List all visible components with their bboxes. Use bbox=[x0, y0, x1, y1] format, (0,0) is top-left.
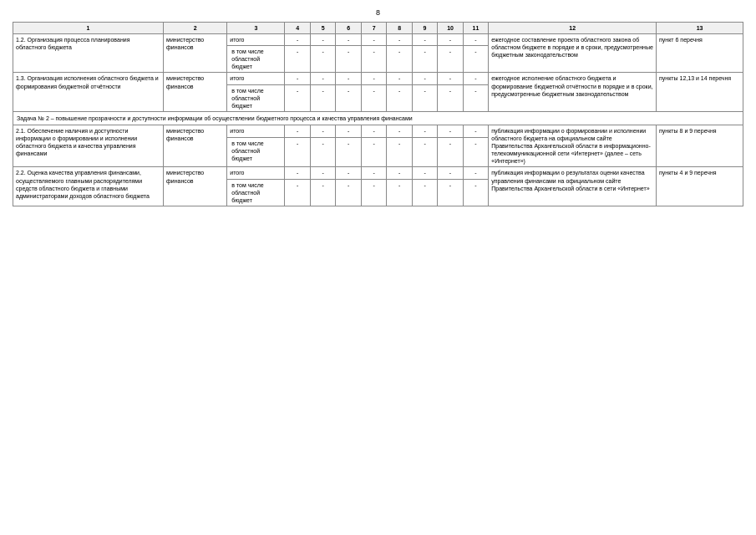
cell: - bbox=[336, 34, 361, 46]
cell: - bbox=[412, 73, 437, 84]
header-col10: 10 bbox=[438, 23, 463, 34]
cell: - bbox=[361, 125, 386, 137]
cell: - bbox=[361, 138, 386, 167]
row-2-2-total: итого bbox=[227, 167, 285, 179]
row-1-3-result: ежегодное исполнение областного бюджета … bbox=[489, 73, 657, 111]
cell: - bbox=[310, 125, 335, 137]
cell: - bbox=[285, 125, 310, 137]
header-col2: 2 bbox=[164, 23, 227, 34]
row-2-2-result: публикация информации о результатах оцен… bbox=[489, 167, 657, 206]
cell: - bbox=[285, 84, 310, 111]
row-2-2-sub: в том числе областной бюджет bbox=[227, 179, 285, 206]
table-row: 2.2. Оценка качества управления финансам… bbox=[13, 167, 743, 179]
page-number: 8 bbox=[13, 8, 743, 17]
cell: - bbox=[438, 34, 463, 46]
cell: - bbox=[387, 138, 412, 167]
cell: - bbox=[336, 46, 361, 73]
cell: - bbox=[361, 46, 386, 73]
cell: - bbox=[285, 34, 310, 46]
table-row: 1.2. Организация процесса планирования о… bbox=[13, 34, 743, 46]
row-1-3-sub: в том числе областной бюджет bbox=[227, 84, 285, 111]
cell: - bbox=[336, 138, 361, 167]
cell: - bbox=[285, 73, 310, 84]
header-col11: 11 bbox=[463, 23, 488, 34]
cell: - bbox=[412, 46, 437, 73]
row-2-1-result: публикация информации о формировании и и… bbox=[489, 125, 657, 166]
cell: - bbox=[438, 73, 463, 84]
cell: - bbox=[387, 125, 412, 137]
cell: - bbox=[438, 167, 463, 179]
cell: - bbox=[463, 179, 488, 206]
cell: - bbox=[285, 46, 310, 73]
cell: - bbox=[387, 73, 412, 84]
cell: - bbox=[285, 138, 310, 167]
header-col1: 1 bbox=[13, 23, 164, 34]
cell: - bbox=[463, 73, 488, 84]
cell: - bbox=[336, 125, 361, 137]
main-table: 1 2 3 4 5 6 7 8 9 10 11 12 13 1.2. Орган… bbox=[13, 22, 743, 206]
row-1-3-ministry: министерство финансов bbox=[164, 73, 227, 111]
cell: - bbox=[310, 179, 335, 206]
table-row: 2.1. Обеспечение наличия и доступности и… bbox=[13, 125, 743, 137]
cell: - bbox=[387, 46, 412, 73]
row-2-1-total: итого bbox=[227, 125, 285, 137]
cell: - bbox=[412, 138, 437, 167]
cell: - bbox=[412, 84, 437, 111]
cell: - bbox=[387, 179, 412, 206]
row-1-3-total: итого bbox=[227, 73, 285, 84]
row-2-2-ref: пункты 4 и 9 перечня bbox=[657, 167, 743, 206]
header-col4: 4 bbox=[285, 23, 310, 34]
row-2-1-ref: пункты 8 и 9 перечня bbox=[657, 125, 743, 166]
cell: - bbox=[387, 167, 412, 179]
row-1-2-ref: пункт 6 перечня bbox=[657, 34, 743, 73]
cell: - bbox=[285, 167, 310, 179]
row-1-3-title: 1.3. Организация исполнения областного б… bbox=[13, 73, 164, 111]
cell: - bbox=[285, 179, 310, 206]
cell: - bbox=[361, 84, 386, 111]
cell: - bbox=[463, 138, 488, 167]
header-row: 1 2 3 4 5 6 7 8 9 10 11 12 13 bbox=[13, 23, 743, 34]
cell: - bbox=[438, 46, 463, 73]
cell: - bbox=[310, 167, 335, 179]
cell: - bbox=[438, 125, 463, 137]
cell: - bbox=[438, 84, 463, 111]
row-2-1-ministry: министерство финансов bbox=[164, 125, 227, 166]
row-1-2-sub: в том числе областной бюджет bbox=[227, 46, 285, 73]
cell: - bbox=[310, 46, 335, 73]
cell: - bbox=[463, 125, 488, 137]
cell: - bbox=[463, 167, 488, 179]
cell: - bbox=[336, 179, 361, 206]
header-col12: 12 bbox=[489, 23, 657, 34]
page: 8 1 2 3 4 5 6 7 8 bbox=[0, 0, 756, 535]
cell: - bbox=[361, 167, 386, 179]
header-col9: 9 bbox=[412, 23, 437, 34]
header-col7: 7 bbox=[361, 23, 386, 34]
row-2-2-ministry: министерство финансов bbox=[164, 167, 227, 206]
cell: - bbox=[412, 179, 437, 206]
cell: - bbox=[336, 167, 361, 179]
header-col13: 13 bbox=[657, 23, 743, 34]
cell: - bbox=[336, 73, 361, 84]
row-1-2-title: 1.2. Организация процесса планирования о… bbox=[13, 34, 164, 73]
row-2-1-title: 2.1. Обеспечение наличия и доступности и… bbox=[13, 125, 164, 166]
cell: - bbox=[361, 73, 386, 84]
cell: - bbox=[438, 138, 463, 167]
cell: - bbox=[463, 34, 488, 46]
cell: - bbox=[310, 138, 335, 167]
row-2-2-title: 2.2. Оценка качества управления финансам… bbox=[13, 167, 164, 206]
cell: - bbox=[438, 179, 463, 206]
row-1-2-result: ежегодное составление проекта областного… bbox=[489, 34, 657, 73]
cell: - bbox=[361, 34, 386, 46]
cell: - bbox=[463, 84, 488, 111]
header-col5: 5 bbox=[310, 23, 335, 34]
cell: - bbox=[387, 84, 412, 111]
task-2-text: Задача № 2 – повышение прозрачности и до… bbox=[13, 111, 743, 125]
header-col3: 3 bbox=[227, 23, 285, 34]
table-row: 1.3. Организация исполнения областного б… bbox=[13, 73, 743, 84]
row-1-2-ministry: министерство финансов bbox=[164, 34, 227, 73]
cell: - bbox=[336, 84, 361, 111]
cell: - bbox=[412, 125, 437, 137]
task-row-2: Задача № 2 – повышение прозрачности и до… bbox=[13, 111, 743, 125]
cell: - bbox=[310, 34, 335, 46]
cell: - bbox=[463, 46, 488, 73]
